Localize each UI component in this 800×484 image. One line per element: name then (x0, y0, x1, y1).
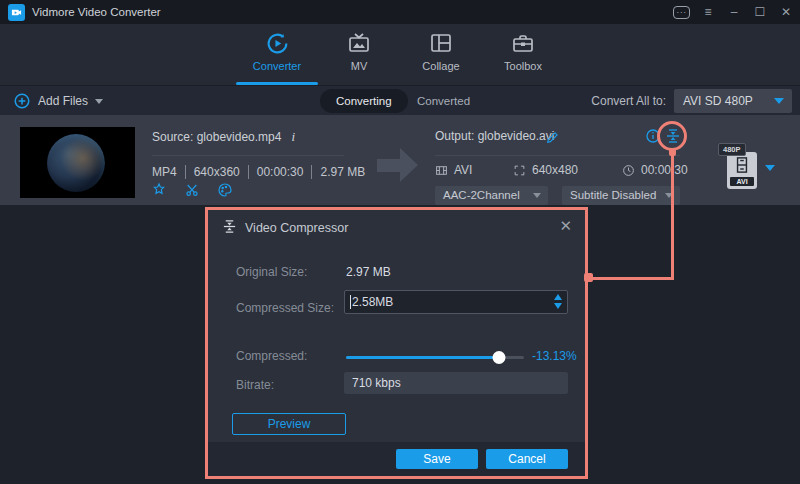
source-divider (152, 155, 344, 156)
tab-collage-label: Collage (422, 60, 459, 72)
app-logo-icon (8, 4, 25, 21)
source-format: MP4 (152, 165, 185, 179)
flow-arrow-icon (377, 159, 400, 172)
output-resolution: 640x480 (532, 163, 578, 177)
tab-converter[interactable]: Converter (236, 30, 318, 85)
annotation-horizontal-line (590, 277, 674, 280)
size-stepper[interactable] (554, 294, 562, 309)
convert-all-group: Convert All to: AVI SD 480P (591, 89, 792, 113)
stepper-up-icon[interactable] (554, 294, 562, 300)
tab-collage[interactable]: Collage (400, 30, 482, 85)
profile-resolution-badge: 480P (718, 143, 746, 156)
converting-tab[interactable]: Converting (320, 89, 408, 113)
compression-slider[interactable] (346, 351, 524, 364)
dialog-footer: Save Cancel (208, 442, 585, 476)
converted-tab[interactable]: Converted (417, 89, 470, 113)
source-duration: 00:00:30 (248, 165, 312, 179)
slider-fill (346, 356, 499, 359)
tab-mv[interactable]: MV (318, 30, 400, 85)
video-compressor-dialog: Video Compressor ✕ Original Size: 2.97 M… (205, 207, 588, 479)
convert-all-label: Convert All to: (591, 94, 666, 108)
source-info-icon[interactable]: i (291, 129, 295, 144)
tab-toolbox[interactable]: Toolbox (482, 30, 564, 85)
subtitle-select-value: Subtitle Disabled (570, 189, 656, 201)
output-filename: Output: globevideo.avi (435, 129, 554, 143)
minimize-icon[interactable]: – (726, 4, 742, 20)
convert-all-select[interactable]: AVI SD 480P (674, 89, 792, 113)
compressed-size-input[interactable]: 2.58MB (344, 290, 568, 314)
file-row: Source: globevideo.mp4i MP4 640x360 00:0… (0, 115, 800, 205)
tab-converter-label: Converter (253, 60, 301, 72)
output-duration-item: 00:00:30 (622, 163, 688, 177)
preview-button[interactable]: Preview (232, 413, 346, 435)
video-thumbnail[interactable] (20, 127, 135, 198)
output-duration: 00:00:30 (641, 163, 688, 177)
source-filename: Source: globevideo.mp4i (152, 129, 295, 145)
audio-select[interactable]: AAC-2Channel (435, 186, 548, 205)
converter-icon (265, 30, 290, 56)
film-icon (435, 164, 448, 177)
compressed-size-value: 2.58MB (352, 295, 393, 309)
compress-icon (222, 219, 237, 234)
source-meta: MP4 640x360 00:00:30 2.97 MB (152, 165, 373, 179)
maximize-icon[interactable]: ☐ (752, 4, 768, 20)
chevron-down-icon (774, 98, 784, 104)
tab-mv-label: MV (351, 60, 368, 72)
compress-icon[interactable] (665, 128, 681, 144)
menu-icon[interactable]: ≡ (700, 4, 716, 20)
filmstrip-icon (735, 157, 749, 173)
text-cursor (350, 295, 351, 309)
source-tools (151, 182, 233, 198)
tab-toolbox-label: Toolbox (504, 60, 542, 72)
feedback-icon[interactable]: ··· (673, 6, 690, 19)
output-info-icon[interactable] (645, 128, 661, 144)
source-resolution: 640x360 (185, 165, 248, 179)
output-resolution-item: 640x480 (513, 163, 578, 177)
app-title: Vidmore Video Converter (32, 6, 161, 18)
cancel-button[interactable]: Cancel (486, 449, 568, 469)
output-profile-icon[interactable]: AVI 480P (727, 152, 757, 189)
convert-all-value: AVI SD 480P (683, 94, 753, 108)
output-format: AVI (454, 163, 472, 177)
stepper-down-icon[interactable] (554, 303, 562, 309)
file-type-badge: AVI (730, 177, 754, 186)
subtitle-select[interactable]: Subtitle Disabled (562, 186, 680, 205)
chevron-down-icon (95, 99, 103, 104)
audio-select-value: AAC-2Channel (443, 189, 520, 201)
toolbox-icon (511, 30, 535, 56)
window-controls: ··· ≡ – ☐ ✕ (673, 0, 794, 24)
flow-arrow-head-icon (400, 148, 418, 182)
plus-circle-icon (13, 92, 31, 110)
output-format-item: AVI (435, 163, 472, 177)
mv-icon (347, 30, 371, 56)
list-toolbar: Add Files Converting Converted Convert A… (0, 85, 800, 115)
chevron-down-icon (533, 193, 541, 198)
effect-palette-icon[interactable] (217, 182, 233, 198)
dialog-title: Video Compressor (245, 221, 348, 235)
compressed-size-label: Compressed Size: (236, 301, 334, 315)
close-icon[interactable]: ✕ (778, 4, 794, 20)
save-button[interactable]: Save (396, 449, 478, 469)
edit-magic-icon[interactable] (151, 182, 167, 198)
add-files-label: Add Files (38, 94, 88, 108)
globe-image (47, 134, 105, 192)
rename-pencil-icon[interactable] (546, 130, 560, 144)
title-bar: Vidmore Video Converter ··· ≡ – ☐ ✕ (0, 0, 800, 24)
collage-icon (429, 30, 453, 56)
compression-percent: -13.13% (532, 349, 577, 363)
add-files-button[interactable]: Add Files (13, 89, 103, 113)
compressed-label: Compressed: (236, 349, 307, 363)
cut-scissors-icon[interactable] (184, 182, 200, 198)
profile-chevron-down-icon[interactable] (765, 165, 775, 171)
chevron-down-icon (665, 193, 673, 198)
original-size-label: Original Size: (236, 265, 307, 279)
resize-icon (513, 164, 526, 177)
output-divider (435, 155, 680, 156)
clock-icon (622, 164, 635, 177)
main-tab-bar: Converter MV Collage (0, 24, 800, 85)
original-size-value: 2.97 MB (346, 265, 391, 279)
slider-handle[interactable] (493, 351, 506, 364)
dialog-close-icon[interactable]: ✕ (559, 217, 572, 235)
bitrate-label: Bitrate: (236, 378, 274, 392)
source-filesize: 2.97 MB (311, 165, 373, 179)
